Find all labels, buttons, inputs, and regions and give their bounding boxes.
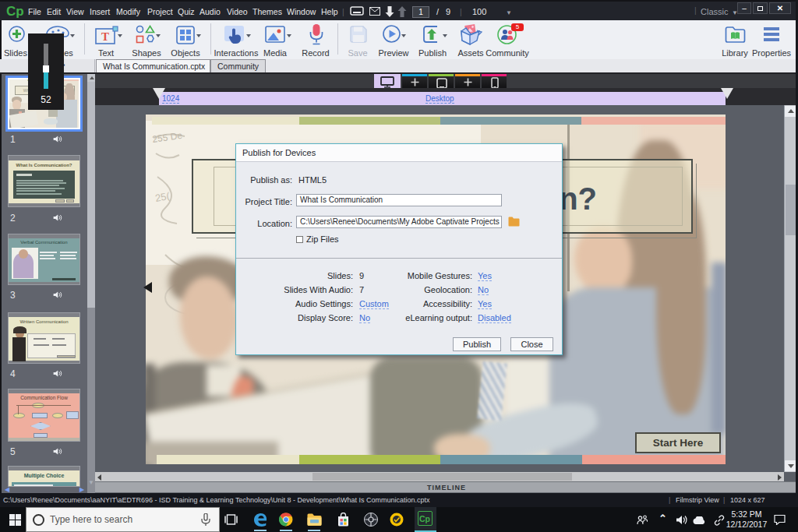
- svg-text:T: T: [101, 30, 109, 43]
